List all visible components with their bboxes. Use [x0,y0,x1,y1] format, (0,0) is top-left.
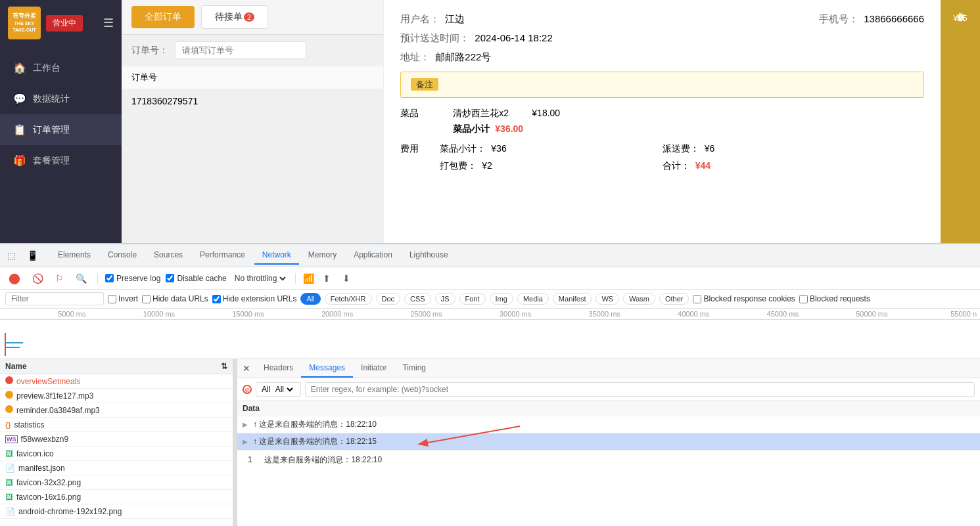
detail-tab-initiator[interactable]: Initiator [353,359,394,378]
user-info-row: 用户名： 江边 手机号： 13866666666 [400,13,924,26]
hide-ext-urls-checkbox[interactable]: Hide extension URLs [212,294,297,303]
filter-doc-btn[interactable]: Doc [376,293,401,305]
filter-wasm-btn[interactable]: Wasm [623,293,655,305]
fee-delivery-value: ¥6 [705,143,715,155]
app-logo: 苍穹外卖THE SKY TAKE-OUT [8,7,41,39]
timeline-label-6: 35000 ms [534,310,624,318]
filter-font-btn[interactable]: Font [459,293,486,305]
fee-label-row: 费用 菜品小计： ¥36 [400,143,662,155]
timeline-label-7: 40000 ms [624,310,713,318]
name-item-ws[interactable]: WS f58wwexbzn9 [0,432,233,447]
filter-ws-btn[interactable]: WS [595,293,619,305]
sidebar-nav: 🏠 工作台 💬 数据统计 📋 订单管理 🎁 套餐管理 [0,53,122,176]
home-icon: 🏠 [13,62,26,74]
menu-icon[interactable]: ☰ [103,16,114,30]
curly-braces-icon: {} [5,421,11,429]
tab-all-orders[interactable]: 全部订单 [131,6,195,28]
name-item-overview[interactable]: overviewSetmeals [0,374,233,389]
tab-console[interactable]: Console [100,246,145,265]
file-icon-2: 📄 [5,507,15,516]
address-label: 地址： [400,51,430,64]
delivery-value: 2024-06-14 18:22 [475,32,552,45]
name-panel-header: Name ⇅ [0,359,233,374]
user-label: 用户名： [400,13,440,26]
devtools-device-btn[interactable]: 📱 [23,248,42,263]
name-item-preview-mp3[interactable]: preview.3f1fe127.mp3 [0,389,233,403]
devtools-inspect-btn[interactable]: ⬚ [3,248,20,263]
filter-media-btn[interactable]: Media [517,293,549,305]
fee-label: 费用 [400,143,440,155]
filter-icon-btn[interactable]: ⚐ [52,271,67,286]
order-row[interactable]: 1718360279571 [122,89,383,114]
devtools-tab-bar: ⬚ 📱 Elements Console Sources Performance… [0,244,980,267]
tab-application[interactable]: Application [346,246,400,265]
tab-network[interactable]: Network [254,246,299,265]
sidebar-item-dashboard[interactable]: 🏠 工作台 [0,53,122,83]
hide-data-urls-checkbox[interactable]: Hide data URLs [142,294,208,303]
blocked-cookies-checkbox[interactable]: Blocked response cookies [693,294,795,303]
tab-performance[interactable]: Performance [192,246,253,265]
filter-fetch-btn[interactable]: Fetch/XHR [325,293,372,305]
name-item-reminder-mp3[interactable]: reminder.0a3849af.mp3 [0,403,233,418]
download-icon-btn[interactable]: ⬇ [339,271,354,286]
filter-all-btn[interactable]: All [300,293,320,305]
name-item-android-chrome[interactable]: 📄 android-chrome-192x192.png [0,504,233,519]
tab-pending-orders[interactable]: 待接单2 [201,5,268,29]
detail-close-btn[interactable]: ✕ [243,363,250,374]
tab-elements[interactable]: Elements [50,246,99,265]
timeline-bar: 5000 ms 10000 ms 15000 ms 20000 ms 25000… [0,309,980,320]
separator-1 [97,273,98,284]
status-button[interactable]: 营业中 [46,15,83,32]
filter-js-btn[interactable]: JS [435,293,455,305]
order-search-input[interactable] [175,41,306,59]
detail-tab-timing[interactable]: Timing [394,359,434,378]
app-container: 苍穹外卖THE SKY TAKE-OUT 营业中 ☰ 🏠 工作台 💬 数据统计 … [0,0,980,526]
resize-handle-icon[interactable]: ⇅ [221,362,227,371]
fee-subtotal-value: ¥36 [491,143,506,155]
filter-input[interactable] [5,292,104,305]
blocked-requests-checkbox[interactable]: Blocked requests [799,294,870,303]
search-btn[interactable]: 🔍 [72,271,90,286]
invert-checkbox[interactable]: Invert [108,294,138,303]
subtotal-row: 菜品小计 ¥36.00 [400,123,924,135]
detail-tab-messages[interactable]: Messages [301,359,353,378]
sidebar-item-stats[interactable]: 💬 数据统计 [0,83,122,114]
preserve-log-checkbox[interactable]: Preserve log [105,274,160,283]
upload-icon-btn[interactable]: ⬆ [319,271,334,286]
throttle-select[interactable]: No throttling [232,273,288,284]
message-item-1[interactable]: ▶ ↑ 这是来自服务端的消息：18:22:10 [237,416,980,433]
messages-regex-input[interactable] [305,382,975,397]
filter-css-btn[interactable]: CSS [404,293,431,305]
record-stop-btn[interactable]: ⬤ [5,270,24,286]
filter-manifest-btn[interactable]: Manifest [553,293,592,305]
devtools-panel: ⬚ 📱 Elements Console Sources Performance… [0,243,980,526]
message-item-2[interactable]: ▶ ↑ 这是来自服务端的消息：18:22:15 [237,433,980,450]
sidebar-item-orders[interactable]: 📋 订单管理 [0,114,122,145]
tab-lighthouse[interactable]: Lighthouse [402,246,456,265]
filter-img-btn[interactable]: Img [490,293,513,305]
messages-filter-select[interactable]: All [273,384,295,395]
disable-cache-checkbox[interactable]: Disable cache [166,274,226,283]
tab-memory[interactable]: Memory [300,246,344,265]
name-item-favicon-32[interactable]: 🖼 favicon-32x32.png [0,475,233,490]
detail-tab-headers[interactable]: Headers [256,359,301,378]
filter-other-btn[interactable]: Other [659,293,689,305]
name-item-favicon-ico[interactable]: 🖼 favicon.ico [0,447,233,461]
sidebar: 苍穹外卖THE SKY TAKE-OUT 营业中 ☰ 🏠 工作台 💬 数据统计 … [0,0,122,243]
fee-total-value: ¥44 [695,160,711,172]
clear-btn[interactable]: 🚫 [29,271,47,286]
detail-panel-tabs: ✕ Headers Messages Initiator Timing [237,359,980,378]
name-item-statistics[interactable]: {} statistics [0,418,233,432]
tab-sources[interactable]: Sources [146,246,191,265]
file-icon-1: 📄 [5,464,15,473]
name-item-manifest[interactable]: 📄 manifest.json [0,461,233,475]
sidebar-item-label-stats: 数据统计 [33,93,70,105]
name-item-favicon-16[interactable]: 🖼 favicon-16x16.png [0,490,233,504]
sidebar-item-packages[interactable]: 🎁 套餐管理 [0,145,122,176]
right-action-panel: 收金额 ¥25 [941,0,980,243]
delivery-row: 预计送达时间： 2024-06-14 18:22 [400,32,924,45]
messages-filter-btn[interactable]: All All [256,382,301,397]
message-detail: 1 这是来自服务端的消息：18:22:10 [237,450,980,470]
img-icon-1: 🖼 [5,449,13,458]
notes-box: 备注 [400,72,924,98]
